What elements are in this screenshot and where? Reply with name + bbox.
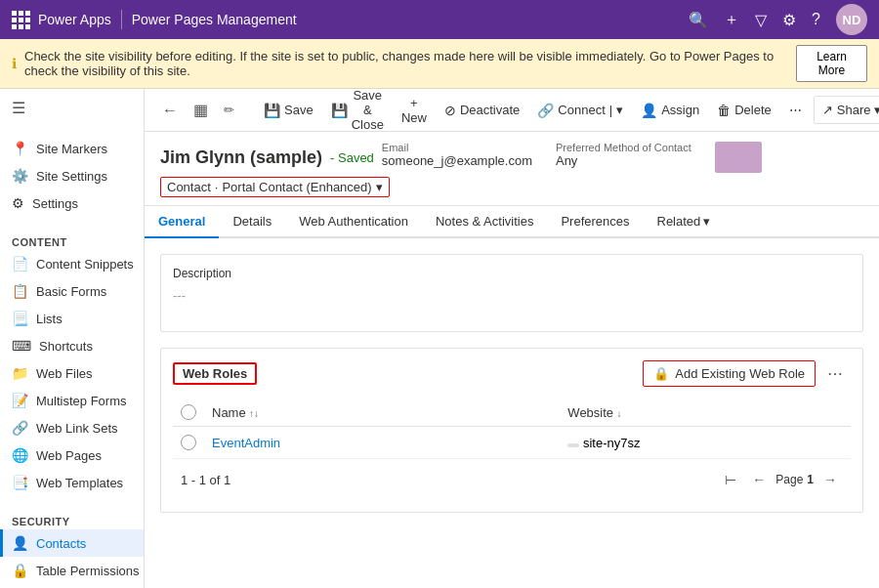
command-bar: ← ▦ ✏ 💾 Save 💾 Save & Close + New ⊘ Deac… [145, 89, 879, 132]
form-subtitle[interactable]: Contact · Portal Contact (Enhanced) ▾ [160, 177, 390, 197]
tab-notes-activities[interactable]: Notes & Activities [422, 206, 547, 238]
sidebar-section-content: Content 📄 Content Snippets 📋 Basic Forms… [0, 225, 144, 504]
back-button[interactable]: ← [156, 98, 184, 123]
more-button[interactable]: ⋯ [781, 97, 810, 123]
sidebar-item-site-markers[interactable]: 📍 Site Markers [0, 135, 144, 162]
sidebar-item-label: Site Markers [36, 142, 107, 156]
learn-more-button[interactable]: Learn More [796, 45, 867, 82]
lists-icon: 📃 [12, 311, 28, 326]
sidebar: ☰ 📍 Site Markers ⚙️ Site Settings ⚙ Sett… [0, 89, 145, 588]
next-page-button[interactable]: → [817, 469, 843, 490]
sidebar-item-contacts[interactable]: 👤 Contacts [0, 529, 144, 557]
form-avatar [715, 142, 762, 173]
sidebar-item-label: Web Files [36, 366, 93, 381]
sidebar-section-security: Security 👤 Contacts 🔒 Table Permissions … [0, 504, 144, 588]
sidebar-item-label: Contacts [36, 536, 86, 551]
tab-preferences[interactable]: Preferences [547, 206, 643, 238]
subtitle-form: Portal Contact (Enhanced) [222, 180, 371, 194]
website-sort-icon[interactable]: ↓ [616, 408, 621, 419]
deactivate-icon: ⊘ [444, 103, 456, 118]
sidebar-item-content-snippets[interactable]: 📄 Content Snippets [0, 250, 144, 277]
select-all-checkbox[interactable] [181, 404, 196, 420]
email-label: Email [382, 142, 532, 153]
col-name-header: Name ↑↓ [204, 399, 560, 427]
deactivate-button[interactable]: ⊘ Deactivate [437, 97, 527, 124]
web-link-sets-icon: 🔗 [12, 420, 28, 436]
sidebar-item-label: Web Pages [36, 448, 102, 463]
new-button[interactable]: + New [394, 90, 435, 131]
assign-icon: 👤 [641, 103, 657, 118]
web-files-icon: 📁 [12, 365, 28, 381]
delete-icon: 🗑 [717, 103, 731, 118]
avatar[interactable]: ND [836, 4, 867, 35]
website-text: site-ny7sz [583, 436, 641, 450]
event-admin-link[interactable]: EventAdmin [212, 436, 280, 450]
help-icon[interactable]: ? [812, 11, 820, 28]
table-permissions-icon: 🔒 [12, 563, 28, 578]
form-saved-status: - Saved [330, 150, 374, 165]
site-markers-icon: 📍 [12, 141, 28, 156]
sidebar-item-basic-forms[interactable]: 📋 Basic Forms [0, 277, 144, 305]
settings-icon[interactable]: ⚙ [782, 11, 796, 29]
info-message: Check the site visibility before editing… [24, 49, 788, 78]
sidebar-item-web-link-sets[interactable]: 🔗 Web Link Sets [0, 414, 144, 441]
edit-button[interactable]: ✏ [218, 99, 240, 121]
connect-dropdown-icon[interactable]: ▾ [616, 103, 623, 117]
sidebar-item-table-permissions[interactable]: 🔒 Table Permissions [0, 557, 144, 584]
share-button[interactable]: ↗ Share ▾ [814, 96, 879, 124]
tab-general[interactable]: General [145, 206, 219, 238]
subtitle-dropdown-icon: ▾ [376, 180, 383, 194]
save-button[interactable]: 💾 Save [256, 97, 321, 124]
web-roles-header: Web Roles 🔒 Add Existing Web Role ⋯ [173, 360, 851, 387]
save-icon: 💾 [264, 103, 280, 118]
connect-button[interactable]: 🔗 Connect | ▾ [529, 97, 631, 124]
first-page-button[interactable]: ⊢ [719, 469, 742, 490]
filter-icon[interactable]: ▽ [755, 11, 767, 29]
tab-details[interactable]: Details [219, 206, 285, 238]
sidebar-item-web-files[interactable]: 📁 Web Files [0, 359, 144, 387]
delete-button[interactable]: 🗑 Delete [709, 97, 779, 124]
add-role-icon: 🔒 [653, 366, 669, 381]
description-section: Description --- [160, 254, 863, 332]
app-name: Power Apps [38, 12, 111, 27]
sidebar-item-multistep-forms[interactable]: 📝 Multistep Forms [0, 387, 144, 414]
sidebar-item-shortcuts[interactable]: ⌨ Shortcuts [0, 332, 144, 359]
sidebar-item-lists[interactable]: 📃 Lists [0, 305, 144, 332]
subtitle-contact: Contact [167, 180, 211, 194]
view-button[interactable]: ▦ [188, 97, 214, 123]
sidebar-item-web-pages[interactable]: 🌐 Web Pages [0, 441, 144, 469]
site-badge [567, 443, 579, 447]
save-close-button[interactable]: 💾 Save & Close [323, 89, 392, 138]
assign-button[interactable]: 👤 Assign [633, 97, 707, 124]
name-sort-icon[interactable]: ↑↓ [249, 408, 259, 419]
top-divider [121, 10, 122, 29]
web-roles-table: Name ↑↓ Website ↓ [173, 399, 851, 459]
sidebar-item-label: Multistep Forms [36, 394, 126, 408]
preferred-contact-field: Preferred Method of Contact Any [556, 142, 691, 168]
web-roles-more-button[interactable]: ⋯ [819, 360, 851, 387]
prev-page-button[interactable]: ← [746, 469, 772, 490]
email-value: someone_j@example.com [382, 153, 532, 168]
form-title-row: Jim Glynn (sample) - Saved Email someone… [160, 142, 863, 173]
sidebar-item-web-templates[interactable]: 📑 Web Templates [0, 469, 144, 496]
hamburger-menu[interactable]: ☰ [0, 89, 144, 127]
shortcuts-icon: ⌨ [12, 338, 31, 354]
row-checkbox[interactable] [181, 435, 196, 450]
search-icon[interactable]: 🔍 [689, 11, 708, 29]
add-icon[interactable]: ＋ [724, 10, 739, 30]
site-settings-icon: ⚙️ [12, 168, 28, 184]
multistep-forms-icon: 📝 [12, 393, 28, 408]
page-title: Power Pages Management [132, 12, 297, 27]
web-roles-section: Web Roles 🔒 Add Existing Web Role ⋯ [160, 348, 863, 513]
sidebar-item-site-settings[interactable]: ⚙️ Site Settings [0, 162, 144, 189]
connect-icon: 🔗 [537, 103, 554, 118]
tab-web-authentication[interactable]: Web Authentication [285, 206, 422, 238]
add-existing-web-role-button[interactable]: 🔒 Add Existing Web Role [643, 360, 816, 387]
form-header: Jim Glynn (sample) - Saved Email someone… [145, 132, 879, 206]
tab-related[interactable]: Related ▾ [644, 206, 725, 238]
sidebar-section-top: 📍 Site Markers ⚙️ Site Settings ⚙ Settin… [0, 127, 144, 225]
content-area: ← ▦ ✏ 💾 Save 💾 Save & Close + New ⊘ Deac… [145, 89, 879, 588]
sidebar-item-settings[interactable]: ⚙ Settings [0, 189, 144, 217]
sidebar-item-column-permissions[interactable]: 🔒 Column Permiss... [0, 584, 144, 588]
nav-arrows: ← ▦ ✏ [152, 97, 244, 123]
